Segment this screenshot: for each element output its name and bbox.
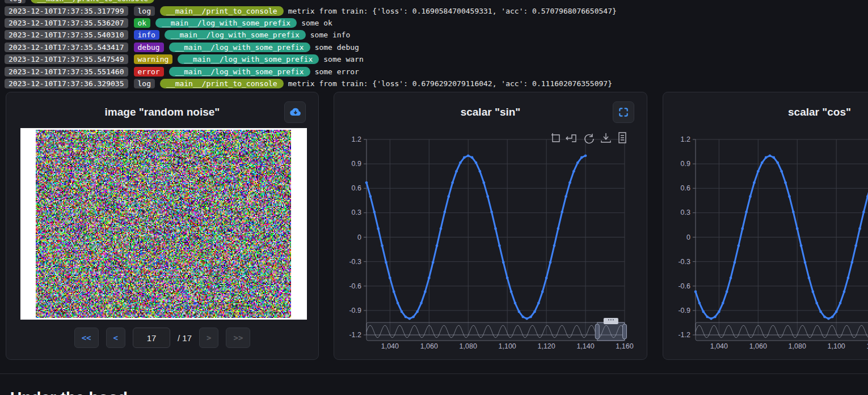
data-point: [773, 156, 776, 159]
log-message: some debug: [315, 43, 359, 52]
data-point: [553, 244, 556, 247]
card-title: image "random noise": [6, 106, 318, 118]
data-point: [564, 195, 567, 198]
slider-handle[interactable]: [623, 324, 627, 339]
timestamp-badge: 2023-12-10T17:37:35.540310: [5, 30, 128, 40]
log-message: some ok: [301, 19, 332, 27]
page-total-label: / 17: [178, 333, 192, 343]
data-point: [843, 290, 846, 293]
log-row: 2023-12-10T17:37:35.536207ok__main__/log…: [0, 17, 868, 29]
log-prefix-badge: __main__/log_with_some_prefix: [169, 67, 310, 77]
noise-image-frame: [20, 128, 307, 320]
save-image-icon[interactable]: [601, 133, 610, 142]
data-point: [730, 277, 732, 279]
y-tick-label: 1.2: [352, 135, 361, 143]
log-row: 2023-12-10T17:37:35.540310info__main__/l…: [0, 29, 868, 41]
image-card: image "random noise" << < / 17 > >>: [6, 92, 319, 360]
sin-card-header: scalar "sin": [334, 92, 647, 128]
data-point: [572, 170, 575, 173]
data-point: [780, 170, 783, 173]
data-point: [576, 162, 579, 164]
x-tick-label: 1,100: [499, 342, 516, 350]
data-point: [525, 317, 528, 320]
timestamp-badge: 2023-12-10T17:37:35.317799: [5, 6, 128, 16]
data-point: [776, 162, 779, 164]
y-tick-label: 0.3: [352, 209, 361, 216]
y-tick-label: -0.3: [678, 258, 690, 266]
data-point: [808, 277, 811, 279]
cloud-download-button[interactable]: [284, 101, 306, 123]
log-prefix-badge: __main__/log_with_some_prefix: [178, 54, 319, 64]
fullscreen-button[interactable]: [613, 101, 634, 123]
section-heading: Under the hood: [10, 389, 128, 395]
data-zoom-icon[interactable]: [551, 133, 559, 142]
x-tick-label: 1,080: [460, 342, 477, 350]
first-page-button[interactable]: <<: [74, 328, 99, 348]
slider-selection-window[interactable]: [597, 322, 625, 341]
fullscreen-icon: [618, 107, 629, 118]
image-card-header: image "random noise": [6, 92, 318, 128]
data-point: [718, 311, 720, 313]
data-point: [479, 170, 482, 173]
data-point: [451, 181, 454, 184]
cos-chart: 1.20.90.60.30-0.3-0.6-0.9-1.21,0401,0601…: [663, 92, 868, 360]
slider-handle[interactable]: [595, 324, 599, 339]
data-point: [533, 311, 536, 313]
slider-move-grip[interactable]: [604, 318, 618, 324]
card-title: scalar "cos": [663, 106, 868, 118]
timestamp-badge: 2023-12-10T17:37:35.543417: [5, 43, 128, 52]
data-point: [486, 195, 489, 198]
data-point: [854, 244, 857, 247]
data-point: [561, 211, 563, 214]
page-number-input[interactable]: [133, 328, 170, 348]
data-point: [537, 301, 540, 304]
data-point: [584, 154, 587, 157]
data-point: [494, 227, 497, 230]
data-point: [436, 244, 439, 247]
image-pagination: << < / 17 > >>: [6, 328, 318, 348]
data-point: [393, 290, 395, 293]
timestamp-badge: 2023-12-10T17:37:35.551460: [5, 67, 128, 77]
log-message: metrix from train: {'loss': 0.1690584700…: [288, 7, 617, 15]
data-point: [416, 311, 419, 313]
data-point: [467, 154, 470, 157]
y-tick-label: -1.2: [349, 331, 361, 339]
data-point: [815, 301, 818, 304]
zoom-reset-icon[interactable]: [566, 135, 576, 142]
data-point: [827, 317, 830, 320]
log-prefix-badge: __main__/log_with_some_prefix: [165, 30, 306, 40]
data-point: [381, 244, 384, 247]
log-level-badge: log: [5, 0, 26, 3]
data-point: [475, 162, 478, 164]
data-point: [765, 156, 768, 159]
log-row: 2023-12-10T17:37:35.543417debug__main__/…: [0, 41, 868, 53]
data-point: [506, 277, 509, 279]
restore-icon[interactable]: [585, 134, 593, 143]
data-point: [518, 311, 521, 313]
data-point: [498, 244, 501, 247]
data-point: [541, 290, 544, 293]
data-point: [792, 211, 795, 214]
prev-page-button[interactable]: <: [106, 328, 125, 348]
timestamp-badge: 2023-12-10T17:37:36.329035: [5, 79, 128, 88]
data-point: [858, 227, 861, 230]
data-point: [444, 211, 446, 214]
last-page-button[interactable]: >>: [226, 328, 250, 348]
data-point: [404, 316, 407, 318]
data-point: [428, 277, 431, 279]
data-point: [796, 227, 799, 230]
sin-chart: 1.20.90.60.30-0.3-0.6-0.9-1.21,0401,0601…: [334, 92, 648, 360]
data-point: [529, 316, 532, 318]
log-level-badge: log: [134, 6, 155, 16]
log-level-badge: ok: [134, 18, 151, 28]
log-level-badge: info: [134, 30, 159, 40]
next-page-button[interactable]: >: [199, 328, 218, 348]
sin-scalar-card: 1.20.90.60.30-0.3-0.6-0.9-1.21,0401,0601…: [334, 92, 647, 360]
data-point: [510, 290, 513, 293]
y-tick-label: 0: [686, 233, 690, 241]
data-point: [545, 277, 548, 279]
data-point: [377, 227, 380, 230]
data-point: [757, 170, 760, 173]
data-point: [769, 154, 772, 157]
data-point: [514, 301, 517, 304]
